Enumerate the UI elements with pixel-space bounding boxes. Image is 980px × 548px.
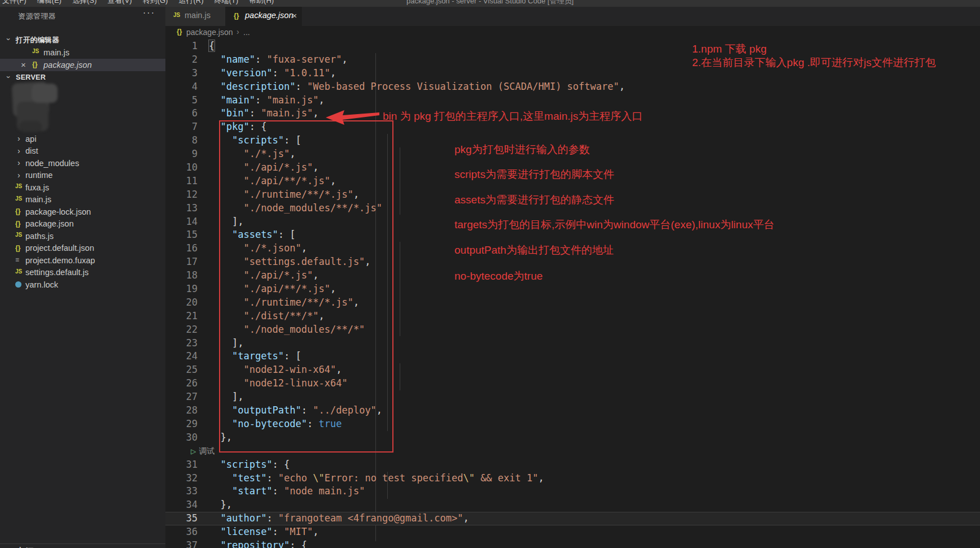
tree-file-paths.js[interactable]: JSpaths.js (0, 230, 165, 243)
tree-file-project.demo.fuxap[interactable]: ≡project.demo.fuxap (0, 255, 165, 267)
line-text: "bin": "main.js", (209, 107, 319, 120)
line-text: "repository": { (209, 539, 307, 548)
tree-folder-node_modules[interactable]: ›node_modules (0, 158, 165, 170)
tree-folder-runtime[interactable]: ›runtime (0, 170, 165, 182)
code-line-34[interactable]: 34 }, (165, 498, 980, 512)
line-text: "license": "MIT", (209, 525, 319, 539)
line-number: 26 (165, 377, 198, 390)
code-line-4[interactable]: 4 "description": "Web-based Process Visu… (165, 80, 980, 94)
file-name: main.js (43, 48, 69, 57)
file-name: paths.js (25, 232, 54, 241)
json-icon: {} (177, 28, 182, 36)
line-number: 32 (165, 472, 198, 485)
tree-folder-api[interactable]: ›api (0, 133, 165, 146)
explorer-sidebar: 资源管理器 ··· › 打开的编辑器 JSmain.js×{}package.j… (0, 7, 165, 548)
tree-file-settings.default.js[interactable]: JSsettings.default.js (0, 267, 165, 280)
breadcrumb-file[interactable]: package.json (186, 28, 233, 37)
annotation-note: scripts为需要进行打包的脚本文件 (454, 167, 614, 182)
line-number: 35 (165, 512, 198, 525)
close-icon[interactable]: × (21, 60, 26, 69)
tree-file-package.json[interactable]: {}package.json (0, 219, 165, 231)
line-number: 23 (165, 337, 198, 350)
outline-section-header[interactable]: › 大纲 (0, 543, 165, 548)
file-name: fuxa.js (25, 183, 49, 192)
js-file-icon: JS (15, 268, 22, 275)
open-editors-section-header[interactable]: › 打开的编辑器 (0, 33, 165, 46)
line-number: 21 (165, 310, 198, 323)
code-line-33[interactable]: 33 "start": "node main.js" (165, 485, 980, 498)
code-line-31[interactable]: 31 "scripts": { (165, 458, 980, 472)
line-text: "author": "frangoteam <4frango@gmail.com… (209, 512, 469, 525)
line-number: 25 (165, 363, 198, 377)
line-text: "version": "1.0.11", (209, 67, 336, 80)
annotation-rectangle (219, 120, 393, 453)
tree-folder-dist[interactable]: ›dist (0, 146, 165, 158)
line-number: 7 (165, 120, 198, 134)
open-editor-item[interactable]: ×{}package.json (0, 59, 165, 71)
title-bar: 文件(F)编辑(E)选择(S)查看(V)转到(G)运行(R)终端(T)帮助(H)… (0, 0, 980, 7)
line-number: 27 (165, 390, 198, 404)
explorer-title: 资源管理器 (18, 11, 56, 21)
code-line-37[interactable]: 37 "repository": { (165, 539, 980, 548)
tree-file-project.default.json[interactable]: {}project.default.json (0, 243, 165, 255)
annotation-note: 1.npm 下载 pkg (692, 42, 767, 56)
line-number: 5 (165, 94, 198, 107)
breadcrumb[interactable]: {} package.json › ... (165, 26, 980, 40)
annotation-note: no-bytecode为true (454, 269, 542, 284)
line-number: 4 (165, 80, 198, 94)
code-line-35[interactable]: 35 "author": "frangoteam <4frango@gmail.… (165, 512, 980, 525)
file-name: package-lock.json (25, 207, 91, 216)
code-line-32[interactable]: 32 "test": "echo \"Error: no test specif… (165, 472, 980, 485)
tree-file-fuxa.js[interactable]: JSfuxa.js (0, 182, 165, 194)
line-number: 36 (165, 525, 198, 539)
tab-main.js[interactable]: JSmain.js (165, 7, 226, 26)
js-file-icon: JS (173, 12, 180, 18)
file-name: api (25, 134, 36, 143)
js-file-icon: JS (32, 48, 39, 54)
line-number: 11 (165, 175, 198, 188)
line-number: 22 (165, 323, 198, 337)
tree-file-package-lock.json[interactable]: {}package-lock.json (0, 206, 165, 219)
line-number: 17 (165, 255, 198, 269)
annotation-arrow-icon (316, 107, 390, 128)
line-number: 16 (165, 242, 198, 255)
line-number: 33 (165, 485, 198, 498)
file-name: runtime (25, 171, 53, 180)
json-file-icon: {} (15, 220, 20, 228)
code-line-5[interactable]: 5 "main": "main.js", (165, 94, 980, 107)
line-number: 24 (165, 350, 198, 363)
tree-file-main.js[interactable]: JSmain.js (0, 194, 165, 207)
open-editor-item[interactable]: JSmain.js (0, 46, 165, 59)
line-number: 18 (165, 269, 198, 282)
editor-tab-bar: JSmain.js{}package.json× (165, 7, 980, 26)
close-icon[interactable]: × (292, 11, 297, 20)
line-number: 9 (165, 147, 198, 161)
tree-file-yarn.lock[interactable]: yarn.lock (0, 279, 165, 292)
codelens-label: 调试 (199, 446, 215, 455)
yarn-lock-icon (15, 281, 21, 288)
line-text: "description": "Web-based Process Visual… (209, 80, 625, 94)
line-number: 19 (165, 282, 198, 296)
breadcrumb-more[interactable]: ... (243, 28, 250, 37)
window-title: package.json - server - Visual Studio Co… (0, 0, 980, 7)
tab-package.json[interactable]: {}package.json× (226, 7, 302, 26)
file-name: node_modules (25, 159, 79, 168)
file-name: package.json (25, 219, 73, 228)
annotation-note: targets为打包的目标,示例中win为window平台(exe),linux… (454, 218, 775, 232)
more-actions-icon[interactable]: ··· (143, 8, 155, 18)
chevron-right-icon: › (18, 134, 20, 143)
line-number: 6 (165, 107, 198, 120)
code-line-36[interactable]: 36 "license": "MIT", (165, 525, 980, 539)
json-file-icon: {} (15, 207, 20, 215)
codelens-debug[interactable]: ▷调试 (191, 446, 215, 455)
chevron-right-icon: › (18, 146, 20, 155)
line-number: 10 (165, 161, 198, 175)
run-icon: ▷ (191, 447, 196, 455)
file-name: project.demo.fuxap (25, 256, 95, 265)
code-line-1[interactable]: 1{ (165, 40, 980, 53)
annotation-note: outputPath为输出打包文件的地址 (454, 243, 614, 258)
chevron-right-icon: › (18, 171, 20, 180)
line-number: 30 (165, 431, 198, 445)
line-number: 29 (165, 417, 198, 431)
line-number: 2 (165, 53, 198, 67)
